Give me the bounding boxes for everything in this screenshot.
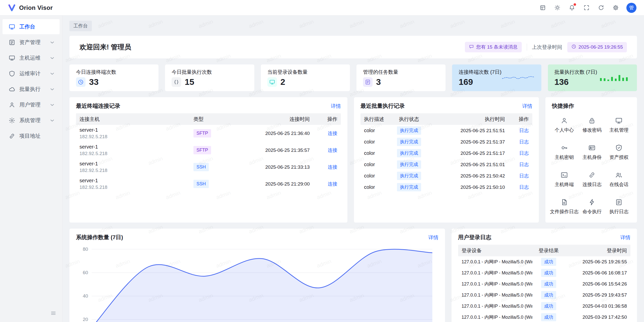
fullscreen-button[interactable] xyxy=(581,2,592,14)
sidebar-item-2[interactable]: 资产管理 xyxy=(3,35,60,50)
quick-action-1[interactable]: 个人中心 xyxy=(550,117,579,133)
log-link[interactable]: 日志 xyxy=(519,162,529,167)
connect-link[interactable]: 连接 xyxy=(328,148,337,153)
execution-status-tag: 执行完成 xyxy=(397,138,421,146)
quick-action-3[interactable]: 主机管理 xyxy=(606,117,632,133)
connection-row: server-1182.92.5.218SFTP2025-06-25 21:36… xyxy=(76,125,341,142)
login-logs-title: 用户登录日志 xyxy=(458,234,491,241)
system-ops-chart-card: 系统操作数量 (7日) 详情 0204060802025-06-192025-0… xyxy=(69,229,445,322)
quick-action-9[interactable]: 在线会话 xyxy=(606,171,632,188)
breadcrumb: 工作台 xyxy=(69,21,637,31)
executions-details-link[interactable]: 详情 xyxy=(522,103,532,110)
chevron-down-icon xyxy=(49,70,56,77)
topbar-actions: 管 xyxy=(537,2,636,14)
quick-actions-title: 快捷操作 xyxy=(552,102,574,110)
login-log-row: 127.0.0.1 - 内网IP - Mozilla/5.0 (Windows … xyxy=(458,301,630,312)
quick-action-11[interactable]: 命令执行 xyxy=(579,198,606,215)
sidebar-item-4[interactable]: 运维审计 xyxy=(3,66,60,81)
host-key-icon xyxy=(560,144,568,152)
chevron-down-icon xyxy=(49,101,56,108)
stat-value: 136 xyxy=(554,77,597,87)
execution-status-tag: 执行完成 xyxy=(397,149,421,157)
stat-value: 169 xyxy=(459,77,501,87)
sidebar-item-5[interactable]: 批量执行 xyxy=(3,82,60,97)
quick-actions-card: 快捷操作 个人中心修改密码主机管理主机密钥主机身份资产授权主机终端连接日志在线会… xyxy=(545,97,637,223)
log-link[interactable]: 日志 xyxy=(519,173,529,178)
quick-action-7[interactable]: 主机终端 xyxy=(550,171,579,188)
sidebar-item-1[interactable]: 工作台 xyxy=(3,19,60,34)
execution-row: color执行完成2025-06-25 21:50:42日志 xyxy=(360,170,532,182)
chevron-down-icon xyxy=(49,86,56,93)
host-identity-icon xyxy=(588,144,596,152)
watermark-text: admin xyxy=(62,87,63,98)
system-icon xyxy=(9,117,15,124)
login-device: 127.0.0.1 - 内网IP - Mozilla/5.0 (Windows … xyxy=(458,270,532,276)
sidebar-item-8[interactable]: 项目地址 xyxy=(3,128,60,144)
welcome-meta: 您有 15 条未读消息 上次登录时间 2025-06-25 19:26:55 xyxy=(465,42,627,52)
log-link[interactable]: 日志 xyxy=(519,151,529,156)
fullscreen-icon xyxy=(583,5,590,11)
stat-icon-badge xyxy=(267,77,277,87)
sidebar-item-6[interactable]: 用户管理 xyxy=(3,97,60,112)
log-link[interactable]: 日志 xyxy=(519,185,529,190)
execution-time: 2025-06-25 21:50:42 xyxy=(430,173,508,179)
log-link[interactable]: 日志 xyxy=(519,139,529,145)
quick-action-6[interactable]: 资产授权 xyxy=(606,144,632,161)
collapse-sidebar-button[interactable] xyxy=(49,309,58,317)
connect-link[interactable]: 连接 xyxy=(328,181,337,187)
command-icon xyxy=(588,198,596,206)
sidebar-item-3[interactable]: 主机运维 xyxy=(3,50,60,65)
stat-label: 今日批量执行次数 xyxy=(172,69,248,76)
stat-card-3: 当前登录设备数量2 xyxy=(261,64,350,91)
table-header: 执行描述执行状态执行时间操作 xyxy=(360,113,532,125)
sidebar-item-label: 主机运维 xyxy=(19,54,45,61)
connect-time: 2025-06-25 21:35:57 xyxy=(228,148,313,153)
connection-row: server-1182.92.5.218SFTP2025-06-25 21:35… xyxy=(76,142,341,159)
system-ops-details-link[interactable]: 详情 xyxy=(428,234,438,241)
sidebar-item-7[interactable]: 系统管理 xyxy=(3,113,60,128)
app-logo-icon xyxy=(8,4,16,12)
login-logs-details-link[interactable]: 详情 xyxy=(620,234,630,241)
quick-action-8[interactable]: 连接日志 xyxy=(579,171,606,188)
refresh-button[interactable] xyxy=(595,2,607,14)
connections-details-link[interactable]: 详情 xyxy=(331,103,341,110)
password-icon xyxy=(588,117,596,124)
quick-action-12[interactable]: 执行日志 xyxy=(606,198,632,215)
stat-card-1: 今日连接终端次数33 xyxy=(69,64,158,91)
task-icon xyxy=(365,79,371,85)
login-log-row: 127.0.0.1 - 内网IP - Mozilla/5.0 (Windows … xyxy=(458,290,630,301)
quick-action-4[interactable]: 主机密钥 xyxy=(550,144,579,161)
execution-desc: color xyxy=(360,139,388,145)
column-header: 操作 xyxy=(508,116,532,123)
skin-button[interactable] xyxy=(537,2,548,14)
app-name: Orion Visor xyxy=(19,4,53,11)
connect-link[interactable]: 连接 xyxy=(328,164,337,170)
quick-action-10[interactable]: 文件操作日志 xyxy=(550,198,579,215)
connect-time: 2025-06-25 21:33:13 xyxy=(228,164,313,170)
profile-icon xyxy=(560,117,568,124)
welcome-title: 欢迎回来! 管理员 xyxy=(79,43,131,52)
login-time: 2025-05-29 19:43:57 xyxy=(565,292,630,298)
column-header: 类型 xyxy=(190,116,228,123)
login-logs-table: 登录设备登录结果登录时间127.0.0.1 - 内网IP - Mozilla/5… xyxy=(452,245,637,322)
host-ip: 182.92.5.218 xyxy=(79,134,186,140)
sidebar-menu: 工作台资产管理主机运维运维审计批量执行用户管理系统管理项目地址 xyxy=(0,19,62,144)
notification-bell-button[interactable] xyxy=(566,2,578,14)
unread-messages-badge[interactable]: 您有 15 条未读消息 xyxy=(465,42,522,52)
quick-action-2[interactable]: 修改密码 xyxy=(579,117,606,133)
theme-sun-button[interactable] xyxy=(551,2,563,14)
sidebar: 工作台资产管理主机运维运维审计批量执行用户管理系统管理项目地址 xyxy=(0,16,62,322)
connect-link[interactable]: 连接 xyxy=(328,131,337,136)
breadcrumb-item-workbench[interactable]: 工作台 xyxy=(69,21,92,31)
settings-gear-button[interactable] xyxy=(610,2,621,14)
svg-text:80: 80 xyxy=(83,246,88,252)
quick-action-label: 文件操作日志 xyxy=(550,208,579,215)
quick-action-label: 连接日志 xyxy=(582,181,601,188)
user-avatar[interactable]: 管 xyxy=(626,3,636,13)
quick-action-5[interactable]: 主机身份 xyxy=(579,144,606,161)
login-result-tag: 成功 xyxy=(541,280,556,288)
watermark-text: admin xyxy=(62,224,63,235)
column-header: 执行状态 xyxy=(388,116,430,123)
log-link[interactable]: 日志 xyxy=(519,128,529,133)
small-clock-icon xyxy=(571,44,576,49)
